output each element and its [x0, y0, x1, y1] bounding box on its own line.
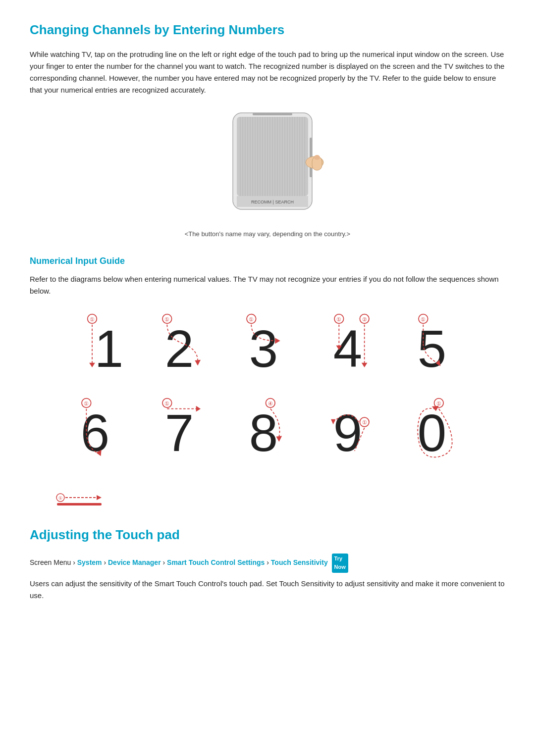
chevron-3: › — [163, 558, 167, 566]
extra-arrow-row: ① — [30, 485, 505, 510]
numerical-guide-intro: Refer to the diagrams below when enterin… — [30, 273, 505, 297]
number-8-svg: 8 ④ — [233, 396, 302, 465]
svg-text:①: ① — [436, 401, 441, 406]
chevron-2: › — [104, 558, 108, 566]
svg-text:1: 1 — [95, 320, 123, 378]
breadcrumb-device-manager[interactable]: Device Manager — [108, 558, 161, 566]
svg-text:7: 7 — [165, 404, 194, 462]
number-9-svg: 9 ① — [317, 396, 386, 465]
numbers-grid: 1 ① 2 ① 3 ① 4 — [30, 307, 505, 475]
svg-text:2: 2 — [165, 320, 194, 378]
svg-text:④: ④ — [268, 401, 273, 406]
adjusting-title: Adjusting the Touch pad — [30, 525, 505, 546]
breadcrumb-smart-touch[interactable]: Smart Touch Control Settings — [167, 558, 265, 566]
chevron-1: › — [73, 558, 77, 566]
image-caption: <The button's name may vary, depending o… — [30, 229, 505, 240]
svg-text:3: 3 — [249, 320, 278, 378]
svg-text:4: 4 — [333, 320, 362, 378]
adjusting-body: Users can adjust the sensitivity of the … — [30, 578, 505, 602]
svg-text:①: ① — [336, 316, 341, 322]
numerical-guide-section: Numerical Input Guide Refer to the diagr… — [30, 254, 505, 297]
svg-text:9: 9 — [333, 404, 362, 462]
number-6-item: 6 ① — [59, 391, 139, 470]
number-1-svg: 1 ① — [64, 312, 134, 381]
svg-marker-88 — [97, 495, 102, 500]
svg-text:①: ① — [249, 316, 254, 322]
number-2-item: 2 ① — [144, 307, 223, 386]
number-6-svg: 6 ① — [64, 396, 134, 465]
number-7-svg: 7 ① — [149, 396, 218, 465]
adjusting-body-start: Users can adjust the sensitivity of the … — [30, 579, 279, 588]
intro-paragraph: While watching TV, tap on the protruding… — [30, 49, 505, 96]
touch-remote-svg: RECOMM | SEARCH — [208, 108, 327, 222]
number-1-item: 1 ① — [59, 307, 139, 386]
svg-text:①: ① — [90, 316, 95, 322]
svg-text:①: ① — [84, 401, 89, 406]
breadcrumb-touch-sensitivity[interactable]: Touch Sensitivity — [271, 558, 328, 566]
page-title: Changing Channels by Entering Numbers — [30, 20, 505, 41]
try-now-badge[interactable]: TryNow — [332, 554, 348, 573]
svg-text:6: 6 — [81, 404, 109, 462]
numerical-guide-title: Numerical Input Guide — [30, 254, 505, 268]
svg-rect-89 — [57, 503, 102, 505]
number-0-item: 0 ① — [396, 391, 476, 470]
svg-point-35 — [314, 155, 320, 160]
svg-text:①: ① — [164, 401, 169, 406]
number-3-item: 3 ① — [228, 307, 307, 386]
number-3-svg: 3 ① — [233, 312, 302, 381]
svg-text:①: ① — [421, 316, 426, 322]
touch-sensitivity-link[interactable]: Touch Sensitivity — [279, 579, 334, 588]
svg-text:②: ② — [362, 316, 367, 322]
breadcrumb-system[interactable]: System — [77, 558, 102, 566]
adjusting-section: Adjusting the Touch pad Screen Menu › Sy… — [30, 525, 505, 602]
svg-text:①: ① — [362, 419, 367, 425]
number-7-item: 7 ① — [144, 391, 223, 470]
svg-marker-57 — [362, 363, 368, 367]
touch-remote-image-container: RECOMM | SEARCH — [30, 108, 505, 225]
number-8-item: 8 ④ — [228, 391, 307, 470]
svg-marker-44 — [195, 360, 201, 366]
number-5-svg: 5 ① — [401, 312, 471, 381]
number-4-svg: 4 ① ② — [317, 312, 386, 381]
number-9-item: 9 ① — [312, 391, 391, 470]
svg-text:RECOMM | SEARCH: RECOMM | SEARCH — [251, 200, 294, 204]
svg-text:0: 0 — [418, 404, 446, 462]
number-5-item: 5 ① — [396, 307, 476, 386]
svg-text:①: ① — [164, 316, 169, 322]
svg-marker-71 — [196, 406, 201, 412]
chevron-4: › — [267, 558, 271, 566]
breadcrumb-plain: Screen Menu — [30, 558, 73, 566]
svg-rect-29 — [253, 113, 292, 115]
svg-text:5: 5 — [418, 320, 446, 378]
number-4-item: 4 ① ② — [312, 307, 391, 386]
svg-text:①: ① — [58, 496, 62, 501]
number-0-svg: 0 ① — [401, 396, 471, 465]
breadcrumb: Screen Menu › System › Device Manager › … — [30, 554, 505, 573]
extra-arrow-svg: ① — [54, 485, 114, 510]
number-2-svg: 2 ① — [149, 312, 218, 381]
